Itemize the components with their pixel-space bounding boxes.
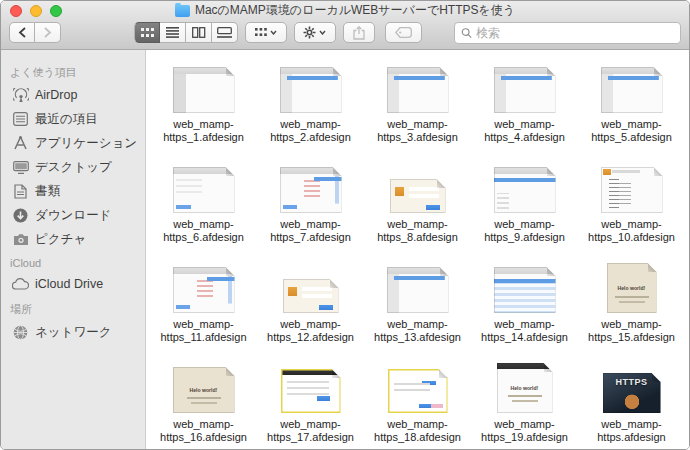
file-thumbnail-code-listing <box>601 167 663 213</box>
group-by-button[interactable] <box>245 22 287 43</box>
file-thumbnail-blue-toolbar <box>601 67 663 113</box>
sidebar-item-network[interactable]: ネットワーク <box>1 320 145 344</box>
file-item[interactable]: web_mamp-https_3.afdesign <box>364 56 471 144</box>
file-item[interactable]: web_mamp-https_10.afdesign <box>578 156 685 244</box>
desktop-icon <box>12 161 29 174</box>
icloud-icon <box>12 278 29 290</box>
file-thumbnail-dark-top-dialog <box>281 369 341 413</box>
sidebar-item-desktop[interactable]: デスクトップ <box>1 155 145 179</box>
window-title: MacのMAMP環境のローカルWEBサーバーでHTTPSを使う <box>195 2 515 19</box>
action-menu-button[interactable] <box>294 22 336 43</box>
file-item[interactable]: web_mamp-https_18.afdesign <box>364 356 471 444</box>
file-item[interactable]: Helo world! web_mamp-https_19.afdesign <box>471 356 578 444</box>
icon-view-button[interactable] <box>134 22 160 43</box>
minimize-button[interactable] <box>30 5 42 17</box>
sidebar-item-airdrop[interactable]: AirDrop <box>1 83 145 107</box>
file-name: web_mamp-https_13.afdesign <box>374 318 461 344</box>
file-thumbnail-https-artwork: HTTPS <box>603 373 661 413</box>
column-view-button[interactable] <box>186 22 212 43</box>
file-item[interactable]: web_mamp-https_8.afdesign <box>364 156 471 244</box>
sidebar-item-icloud-drive[interactable]: iCloud Drive <box>1 272 145 296</box>
sidebar-item-pictures[interactable]: ピクチャ <box>1 227 145 251</box>
file-thumbnail-blue-toolbar <box>387 267 449 313</box>
network-icon <box>12 325 29 340</box>
zoom-button[interactable] <box>50 5 62 17</box>
file-name: web_mamp-https_7.afdesign <box>270 218 351 244</box>
navigation-buttons <box>9 22 61 43</box>
back-button[interactable] <box>9 22 35 43</box>
file-item[interactable]: HTTPS web_mamp-https.afdesign <box>578 356 685 444</box>
traffic-lights <box>10 5 62 17</box>
file-item[interactable]: web_mamp-https_13.afdesign <box>364 256 471 344</box>
tag-icon <box>395 27 412 38</box>
gear-icon <box>303 26 316 39</box>
titlebar[interactable]: MacのMAMP環境のローカルWEBサーバーでHTTPSを使う <box>1 1 689 20</box>
file-item[interactable]: web_mamp-https_7.afdesign <box>257 156 364 244</box>
chevron-down-icon <box>319 30 326 35</box>
file-name: web_mamp-https_12.afdesign <box>267 318 354 344</box>
sidebar-section-favorites: よく使う項目 <box>1 59 145 83</box>
thumbnail-text: HTTPS <box>615 377 647 387</box>
file-thumbnail-warning-dialog <box>283 279 339 313</box>
sidebar-item-applications[interactable]: アプリケーション <box>1 131 145 155</box>
file-item[interactable]: web_mamp-https_11.afdesign <box>150 256 257 344</box>
file-name: web_mamp-https_1.afdesign <box>163 118 244 144</box>
file-name: web_mamp-https.afdesign <box>597 418 666 444</box>
coverflow-view-button[interactable] <box>212 22 238 43</box>
sidebar-item-label: ダウンロード <box>35 207 111 224</box>
file-item[interactable]: web_mamp-https_1.afdesign <box>150 56 257 144</box>
close-button[interactable] <box>10 5 22 17</box>
file-item[interactable]: web_mamp-https_4.afdesign <box>471 56 578 144</box>
file-name: web_mamp-https_6.afdesign <box>163 218 244 244</box>
file-grid: web_mamp-https_1.afdesign web_mamp-https… <box>150 56 685 444</box>
column-view-icon <box>192 27 206 38</box>
sidebar-item-label: AirDrop <box>35 88 77 102</box>
file-name: web_mamp-https_2.afdesign <box>270 118 351 144</box>
file-item[interactable]: web_mamp-https_14.afdesign <box>471 256 578 344</box>
forward-button[interactable] <box>35 22 61 43</box>
file-name: web_mamp-https_3.afdesign <box>377 118 458 144</box>
file-item[interactable]: web_mamp-https_9.afdesign <box>471 156 578 244</box>
grid-view-icon <box>141 28 154 38</box>
sidebar-item-label: ピクチャ <box>35 231 86 248</box>
file-thumbnail-finder-window <box>173 67 235 113</box>
tag-button[interactable] <box>385 22 422 43</box>
file-thumbnail-blue-bar <box>494 167 556 213</box>
search-field[interactable] <box>454 22 681 44</box>
file-name: web_mamp-https_9.afdesign <box>484 218 565 244</box>
documents-icon <box>12 184 29 199</box>
share-icon <box>353 26 365 40</box>
sidebar-item-label: iCloud Drive <box>35 277 103 291</box>
file-thumbnail-yellow-dialog <box>388 369 448 413</box>
window-header: MacのMAMP環境のローカルWEBサーバーでHTTPSを使う <box>1 1 689 50</box>
file-name: web_mamp-https_19.afdesign <box>481 418 568 444</box>
airdrop-icon <box>12 88 29 103</box>
sidebar-item-documents[interactable]: 書類 <box>1 179 145 203</box>
file-thumbnail-blue-toolbar <box>280 67 342 113</box>
file-name: web_mamp-https_16.afdesign <box>160 418 247 444</box>
coverflow-view-icon <box>217 27 232 38</box>
list-view-button[interactable] <box>160 22 186 43</box>
file-item[interactable]: web_mamp-https_2.afdesign <box>257 56 364 144</box>
file-thumbnail-warning-dialog <box>390 179 446 213</box>
pictures-icon <box>12 233 29 246</box>
file-item[interactable]: web_mamp-https_12.afdesign <box>257 256 364 344</box>
file-browser-content[interactable]: web_mamp-https_1.afdesign web_mamp-https… <box>146 50 689 449</box>
file-item[interactable]: web_mamp-https_5.afdesign <box>578 56 685 144</box>
file-name: web_mamp-https_17.afdesign <box>267 418 354 444</box>
share-button[interactable] <box>343 22 376 43</box>
file-name: web_mamp-https_18.afdesign <box>374 418 461 444</box>
sidebar-item-label: 最近の項目 <box>35 111 98 128</box>
sidebar-section-locations: 場所 <box>1 296 145 320</box>
file-item[interactable]: web_mamp-https_17.afdesign <box>257 356 364 444</box>
sidebar-item-recents[interactable]: 最近の項目 <box>1 107 145 131</box>
file-name: web_mamp-https_14.afdesign <box>481 318 568 344</box>
file-thumbnail-blue-toolbar <box>387 67 449 113</box>
file-item[interactable]: web_mamp-https_6.afdesign <box>150 156 257 244</box>
file-thumbnail-blue-toolbar <box>494 67 556 113</box>
file-item[interactable]: Helo world! web_mamp-https_15.afdesign <box>578 256 685 344</box>
search-input[interactable] <box>476 26 674 40</box>
sidebar-item-downloads[interactable]: ダウンロード <box>1 203 145 227</box>
file-thumbnail-hello-page: Helo world! <box>607 263 657 313</box>
file-item[interactable]: Helo world! web_mamp-https_16.afdesign <box>150 356 257 444</box>
